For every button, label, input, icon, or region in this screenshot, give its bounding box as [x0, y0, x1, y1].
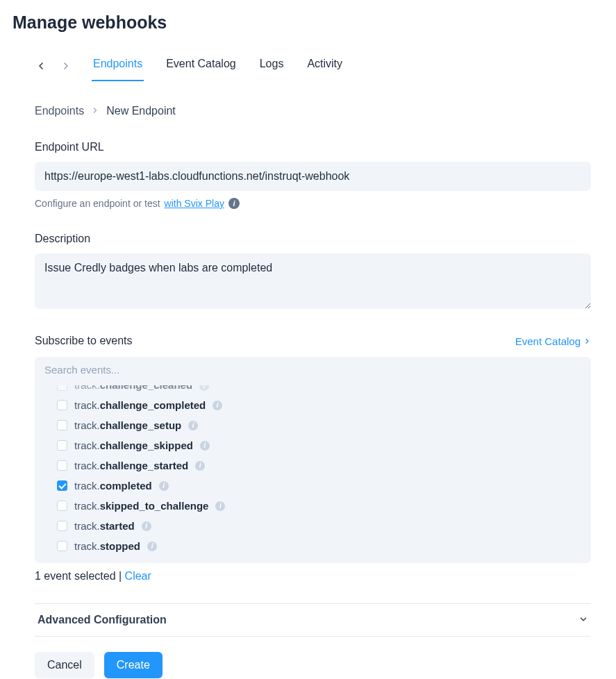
description-label: Description [35, 233, 591, 245]
tabs: Endpoints Event Catalog Logs Activity [92, 51, 344, 81]
search-events-input[interactable] [35, 357, 591, 383]
info-icon[interactable]: i [200, 441, 210, 451]
advanced-title: Advanced Configuration [38, 614, 167, 626]
event-checkbox[interactable] [57, 501, 67, 511]
event-name: track.skipped_to_challenge [74, 500, 208, 512]
event-row-skipped-to-challenge[interactable]: track.skipped_to_challengei [35, 496, 591, 516]
event-name: track.challenge_setup [74, 419, 181, 431]
info-icon[interactable]: i [215, 501, 225, 511]
tab-event-catalog[interactable]: Event Catalog [165, 51, 238, 81]
url-input[interactable] [35, 162, 591, 191]
selected-count: 1 event selected | [35, 570, 125, 582]
chevron-down-icon [578, 614, 588, 626]
tab-activity[interactable]: Activity [306, 51, 344, 81]
back-icon[interactable] [35, 60, 47, 72]
event-name: track.stopped [74, 540, 140, 552]
tab-logs[interactable]: Logs [258, 51, 285, 81]
event-checkbox[interactable] [57, 400, 67, 410]
tab-endpoints[interactable]: Endpoints [92, 51, 144, 81]
page-title: Manage webhooks [13, 12, 603, 33]
event-row-challenge-setup[interactable]: track.challenge_setupi [35, 415, 591, 435]
event-checkbox[interactable] [57, 480, 67, 491]
event-checkbox[interactable] [57, 541, 67, 551]
event-checkbox[interactable] [57, 521, 67, 531]
event-catalog-link[interactable]: Event Catalog [515, 335, 591, 347]
event-checkbox[interactable] [57, 440, 67, 451]
url-label: Endpoint URL [35, 141, 591, 153]
forward-icon [60, 60, 72, 72]
event-checkbox[interactable] [57, 385, 67, 391]
event-row-challenge-completed[interactable]: track.challenge_completedi [35, 395, 591, 415]
info-icon[interactable]: i [159, 481, 169, 491]
info-icon[interactable]: i [147, 542, 157, 551]
event-catalog-link-text: Event Catalog [515, 335, 581, 347]
create-button[interactable]: Create [104, 652, 163, 678]
event-row-completed[interactable]: track.completedi [35, 476, 591, 496]
chevron-right-icon [91, 105, 99, 117]
events-list: track.challenge_cleaneditrack.challenge_… [35, 383, 591, 563]
info-icon[interactable]: i [188, 421, 198, 430]
event-checkbox[interactable] [57, 420, 67, 430]
event-checkbox[interactable] [57, 460, 67, 471]
svix-play-link[interactable]: with Svix Play [165, 198, 224, 209]
event-row-challenge-skipped[interactable]: track.challenge_skippedi [35, 435, 591, 455]
info-icon[interactable]: i [199, 385, 209, 391]
cancel-button[interactable]: Cancel [35, 652, 94, 678]
event-name: track.challenge_started [74, 460, 188, 471]
chevron-right-icon [583, 337, 591, 345]
advanced-configuration-toggle[interactable]: Advanced Configuration [35, 603, 591, 637]
event-name: track.started [74, 520, 135, 532]
url-hint-text: Configure an endpoint or test [35, 198, 160, 209]
breadcrumb-root[interactable]: Endpoints [35, 105, 84, 117]
event-name: track.completed [74, 480, 152, 492]
event-name: track.challenge_completed [74, 399, 206, 411]
selected-summary: 1 event selected | Clear [35, 570, 591, 582]
clear-selection-link[interactable]: Clear [125, 570, 151, 582]
breadcrumb: Endpoints New Endpoint [35, 105, 591, 117]
info-icon[interactable]: i [195, 461, 205, 471]
event-row-challenge-cleaned[interactable]: track.challenge_cleanedi [35, 385, 591, 395]
event-row-stopped[interactable]: track.stoppedi [35, 536, 591, 556]
info-icon[interactable]: i [142, 521, 151, 531]
breadcrumb-current: New Endpoint [106, 105, 176, 117]
event-name: track.challenge_skipped [74, 439, 193, 451]
event-row-challenge-started[interactable]: track.challenge_startedi [35, 455, 591, 476]
info-icon[interactable]: i [228, 198, 240, 209]
event-name: track.challenge_cleaned [74, 385, 192, 391]
subscribe-label: Subscribe to events [35, 335, 133, 347]
event-row-started[interactable]: track.startedi [35, 516, 591, 536]
topbar: Endpoints Event Catalog Logs Activity [35, 51, 591, 81]
url-hint: Configure an endpoint or test with Svix … [35, 198, 591, 209]
description-input[interactable]: Issue Credly badges when labs are comple… [35, 253, 591, 309]
info-icon[interactable]: i [213, 401, 222, 410]
